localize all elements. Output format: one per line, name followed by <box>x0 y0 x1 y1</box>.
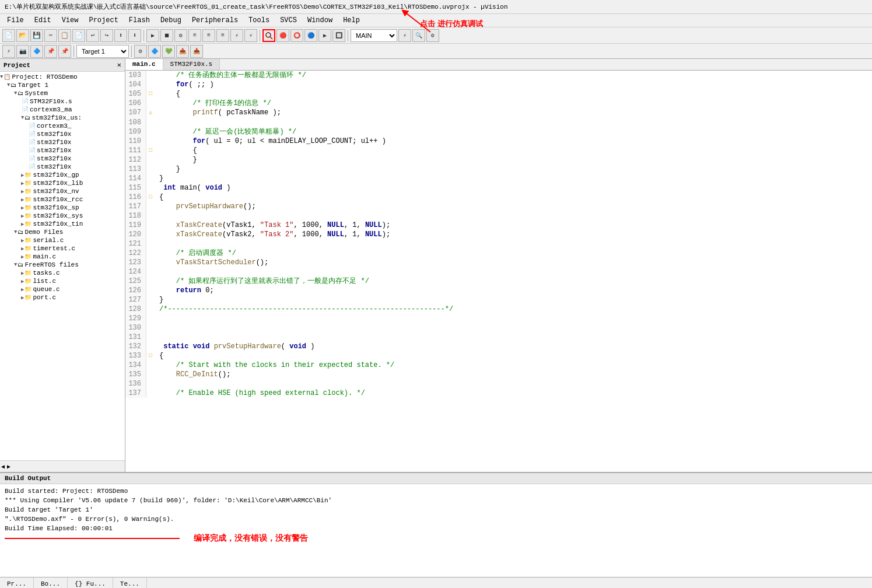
scroll-left-btn[interactable]: ◀ <box>1 463 5 470</box>
tree-expand-mainc[interactable]: ▶ <box>21 254 24 260</box>
menu-item-help[interactable]: Help <box>338 15 365 26</box>
menu-item-edit[interactable]: Edit <box>30 15 56 26</box>
status-tab-te[interactable]: Te... <box>113 578 147 588</box>
tree-expand-demofiles[interactable]: ▼ <box>14 229 17 235</box>
tree-expand-stm32f10x_rcc[interactable]: ▶ <box>21 197 24 203</box>
toolbar-btn-1[interactable]: 📂 <box>16 29 29 42</box>
tree-item-queuec[interactable]: ▶📁 queue.c <box>0 285 125 293</box>
tree-item-stm32f10x_sys[interactable]: ▶📁 stm32f10x_sys <box>0 212 125 220</box>
toolbar2-btn-2[interactable]: 🔷 <box>30 45 43 58</box>
tree-item-stm32f10x_tin[interactable]: ▶📁 stm32f10x_tin <box>0 220 125 228</box>
tree-item-cortexm3_[interactable]: 📄 cortexm3_ <box>0 122 125 130</box>
tree-expand-timertestc[interactable]: ▶ <box>21 246 24 252</box>
toolbar-btn-4[interactable]: 📋 <box>58 29 71 42</box>
tree-expand-stm32f10x_gp[interactable]: ▶ <box>21 172 24 178</box>
toolbar2-btn-3[interactable]: 📌 <box>44 45 57 58</box>
toolbar-btn-3[interactable]: ✂ <box>44 29 57 42</box>
toolbar-right-btn-2[interactable]: ⚙ <box>426 29 439 42</box>
tree-item-freertosfiles[interactable]: ▼🗂 FreeRTOS files <box>0 261 125 269</box>
tree-item-stm32f10x_lib[interactable]: ▶📁 stm32f10x_lib <box>0 179 125 187</box>
toolbar-build-btn-6[interactable]: ⚡ <box>230 29 243 42</box>
tree-item-stm32f10x_gp[interactable]: ▶📁 stm32f10x_gp <box>0 171 125 179</box>
toolbar-debug-btn-1[interactable]: ⭕ <box>290 29 303 42</box>
project-close-icon[interactable]: ✕ <box>117 61 121 69</box>
tree-expand-listc[interactable]: ▶ <box>21 278 24 285</box>
menu-item-view[interactable]: View <box>57 15 83 26</box>
status-tab-fu[interactable]: {} Fu... <box>68 578 113 588</box>
tree-item-stm32f10x_sp[interactable]: ▶📁 stm32f10x_sp <box>0 204 125 212</box>
tree-item-timertestc[interactable]: ▶📁 timertest.c <box>0 244 125 253</box>
tree-expand-tasksc[interactable]: ▶ <box>21 270 24 276</box>
tab-mainc[interactable]: main.c <box>125 59 163 70</box>
tree-item-target1[interactable]: ▼🗂 Target 1 <box>0 81 125 89</box>
target-dropdown[interactable]: MAIN <box>351 29 397 42</box>
tree-item-cortexm3_ma[interactable]: 📄 cortexm3_ma <box>0 106 125 114</box>
tree-item-stm32f10x_us[interactable]: ▼🗂 stm32f10x_us: <box>0 114 125 122</box>
status-tab-bo[interactable]: Bo... <box>34 578 68 588</box>
toolbar2-btn-4[interactable]: 📌 <box>58 45 71 58</box>
toolbar-build-btn-0[interactable]: ▶ <box>146 29 159 42</box>
toolbar-right-btn-1[interactable]: 🔍 <box>412 29 425 42</box>
menu-item-window[interactable]: Window <box>303 15 337 26</box>
tree-expand-serialc[interactable]: ▶ <box>21 237 24 244</box>
menu-item-flash[interactable]: Flash <box>124 15 155 26</box>
toolbar2-btn-1[interactable]: 📷 <box>16 45 29 58</box>
tree-expand-stm32f10x_sp[interactable]: ▶ <box>21 205 24 211</box>
menu-item-peripherals[interactable]: Peripherals <box>187 15 243 26</box>
menu-item-debug[interactable]: Debug <box>156 15 186 26</box>
toolbar-debug-btn-4[interactable]: 🔲 <box>332 29 345 42</box>
scroll-right-btn[interactable]: ▶ <box>7 463 10 470</box>
tree-item-stm32f10x_a[interactable]: 📄 stm32f10x <box>0 130 125 138</box>
tree-item-portc[interactable]: ▶📁 port.c <box>0 293 125 302</box>
tree-expand-root[interactable]: ▼ <box>0 74 3 80</box>
project-tree[interactable]: ▼📋 Project: RTOSDemo▼🗂 Target 1▼🗂 System… <box>0 72 125 460</box>
tree-expand-system[interactable]: ▼ <box>14 90 17 96</box>
tree-expand-target1[interactable]: ▼ <box>7 82 10 88</box>
toolbar-build-btn-1[interactable]: ⏹ <box>160 29 173 42</box>
menu-item-project[interactable]: Project <box>84 15 122 26</box>
tree-item-stm32f10xs[interactable]: 📄 STM32F10x.s <box>0 97 125 106</box>
debug-start-button[interactable] <box>262 29 275 42</box>
tree-item-mainc[interactable]: ▶📁 main.c <box>0 253 125 261</box>
toolbar-btn-0[interactable]: 📄 <box>2 29 15 42</box>
tree-item-stm32f10x_e[interactable]: 📄 stm32f10x <box>0 163 125 171</box>
toolbar-btn-9[interactable]: ⬇ <box>128 29 141 42</box>
tree-expand-queuec[interactable]: ▶ <box>21 286 24 293</box>
tree-item-listc[interactable]: ▶📁 list.c <box>0 277 125 285</box>
tree-expand-stm32f10x_us[interactable]: ▼ <box>21 115 24 121</box>
tab-stm32f10xs[interactable]: STM32F10x.s <box>163 59 220 70</box>
toolbar2-right-btn-4[interactable]: 📥 <box>190 45 203 58</box>
tree-expand-stm32f10x_lib[interactable]: ▶ <box>21 180 24 187</box>
tree-item-stm32f10x_d[interactable]: 📄 stm32f10x <box>0 155 125 163</box>
toolbar2-right-btn-1[interactable]: 🔷 <box>148 45 161 58</box>
toolbar-build-btn-4[interactable]: ≡ <box>202 29 215 42</box>
menu-item-file[interactable]: File <box>2 15 29 26</box>
toolbar-btn-5[interactable]: 📄 <box>72 29 85 42</box>
toolbar-build-btn-5[interactable]: ≡ <box>216 29 229 42</box>
menu-item-tools[interactable]: Tools <box>244 15 274 26</box>
tree-item-stm32f10x_c[interactable]: 📄 stm32f10x <box>0 146 125 155</box>
toolbar-build-btn-2[interactable]: ⚙ <box>174 29 187 42</box>
toolbar-btn-8[interactable]: ⬆ <box>114 29 127 42</box>
tree-item-stm32f10x_b[interactable]: 📄 stm32f10x <box>0 138 125 146</box>
tree-expand-freertosfiles[interactable]: ▼ <box>14 262 17 268</box>
tree-item-stm32f10x_nv[interactable]: ▶📁 stm32f10x_nv <box>0 187 125 195</box>
menu-item-svcs[interactable]: SVCS <box>275 15 302 26</box>
toolbar-btn-6[interactable]: ↩ <box>86 29 99 42</box>
toolbar-build-btn-7[interactable]: ⚡ <box>244 29 257 42</box>
toolbar-debug-btn-0[interactable]: 🔴 <box>276 29 289 42</box>
tree-expand-stm32f10x_tin[interactable]: ▶ <box>21 221 24 228</box>
toolbar-debug-btn-3[interactable]: ▶ <box>318 29 331 42</box>
tree-item-tasksc[interactable]: ▶📁 tasks.c <box>0 269 125 277</box>
toolbar-right-btn-0[interactable]: ⚡ <box>398 29 411 42</box>
toolbar2-right-btn-0[interactable]: ⚙ <box>134 45 147 58</box>
tree-item-root[interactable]: ▼📋 Project: RTOSDemo <box>0 73 125 81</box>
tree-item-stm32f10x_rcc[interactable]: ▶📁 stm32f10x_rcc <box>0 195 125 204</box>
toolbar-btn-7[interactable]: ↪ <box>100 29 113 42</box>
tree-item-serialc[interactable]: ▶📁 serial.c <box>0 236 125 244</box>
toolbar-btn-2[interactable]: 💾 <box>30 29 43 42</box>
toolbar2-right-btn-3[interactable]: 📤 <box>176 45 189 58</box>
toolbar-debug-btn-2[interactable]: 🔵 <box>304 29 317 42</box>
tree-expand-stm32f10x_sys[interactable]: ▶ <box>21 213 24 219</box>
tree-item-demofiles[interactable]: ▼🗂 Demo Files <box>0 228 125 236</box>
